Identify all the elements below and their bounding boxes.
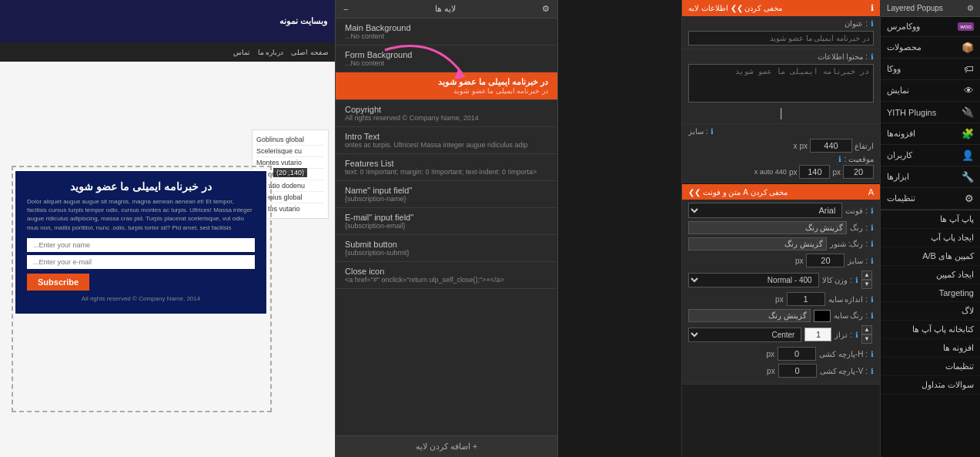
sidebar-item-users[interactable]: 👤 کاربران: [881, 145, 980, 166]
align-down-btn[interactable]: ▼: [861, 334, 872, 344]
info-icon-color[interactable]: ℹ: [871, 223, 874, 232]
info-icon-shadow-size[interactable]: ℹ: [871, 295, 874, 304]
content-textarea[interactable]: [688, 64, 874, 102]
pos-auto-label: x auto 440: [754, 168, 787, 176]
shadow-color-btn[interactable]: گزینش رنگ: [688, 237, 827, 250]
info-icon-content[interactable]: ℹ: [871, 52, 874, 61]
name-input[interactable]: [27, 238, 255, 252]
woo-badge: woo: [958, 22, 974, 31]
info-section-header[interactable]: ℹ مخفی کردن ❯❯ اطلاعات لایه: [682, 0, 880, 16]
info-icon-title[interactable]: ℹ: [871, 19, 874, 28]
plugins-label: افزونه‌ها: [887, 129, 915, 139]
pos-unit3: px: [832, 168, 841, 176]
layer-item-submit[interactable]: Submit button {subscription-submit}: [336, 235, 557, 262]
info-icon-size[interactable]: ℹ: [711, 127, 714, 136]
add-layer-button[interactable]: اضافه کردن لایه +: [336, 435, 557, 457]
shadow-size-input[interactable]: [787, 292, 825, 306]
gear-icon[interactable]: ⚙: [967, 4, 974, 12]
info-icon-pos[interactable]: ℹ: [838, 155, 841, 163]
align-select[interactable]: Center: [688, 328, 801, 342]
email-input[interactable]: [27, 255, 255, 269]
layered-popups-bar[interactable]: ⚙ Layered Popups: [881, 0, 980, 17]
coord-label: (20 ,140): [273, 168, 307, 177]
submenu-create-popup[interactable]: ایجاد پاپ آپ: [881, 229, 980, 247]
submenu-create-campaign[interactable]: ایجاد کمپین: [881, 266, 980, 284]
font-section-header[interactable]: A مخفی کردن A متن و فونت ❯❯: [682, 184, 880, 200]
properties-panel: ℹ مخفی کردن ❯❯ اطلاعات لایه ℹ : عنوان ℹ …: [681, 0, 880, 457]
plugin-icon: 🔌: [962, 106, 974, 118]
align-up-btn[interactable]: ▲: [861, 325, 872, 334]
popup-body: Dolor aliquet augue augue sit magnis, ma…: [27, 197, 255, 232]
info-icon-shadow-color[interactable]: ℹ: [871, 240, 874, 248]
pos-y-input[interactable]: [799, 165, 830, 179]
settings-label: تنظیمات: [887, 193, 915, 203]
layer-item-close[interactable]: Close icon <a href="#" onclick="return u…: [336, 262, 557, 289]
subscribe-button[interactable]: Subscribe: [27, 274, 89, 291]
shadow-color2-label: : رنگ سایه: [834, 311, 868, 320]
submenu-targeting[interactable]: Targeting: [881, 284, 980, 302]
popup-title: در خبرنامه ایمیلی ما عضو شوید: [27, 180, 255, 193]
products-label: محصولات: [887, 42, 921, 52]
list-item: Montes vutario: [256, 157, 324, 169]
popup-window: در خبرنامه ایمیلی ما عضو شوید Dolor aliq…: [14, 170, 268, 315]
color-picker-btn[interactable]: گزینش رنگ: [688, 221, 847, 234]
info-icon-size2[interactable]: ℹ: [871, 257, 874, 265]
pos-x-input[interactable]: [843, 165, 874, 179]
layer-item-email-signup[interactable]: در خبرنامه ایمیلی ما عضو شوید در خبرنامه…: [336, 72, 557, 100]
info-icon-hpad[interactable]: ℹ: [871, 350, 874, 358]
submenu-popups[interactable]: پاپ آپ ها: [881, 210, 980, 229]
minimize-icon[interactable]: −: [343, 5, 348, 14]
sidebar-item-yith[interactable]: 🔌 YITH Plugins: [881, 102, 980, 123]
layer-item-features[interactable]: Features List text: 0 !important; margin…: [336, 154, 557, 181]
cursor-indicator: |: [688, 106, 874, 120]
submenu-library[interactable]: کتابخانه پاپ آپ ها: [881, 321, 980, 339]
sidebar-item-woocommerce[interactable]: woo ووکامرس: [881, 17, 980, 37]
info-icon-weight[interactable]: ℹ: [855, 276, 858, 284]
align-label: : تراز: [835, 331, 852, 339]
info-icon-shadow2[interactable]: ℹ: [871, 311, 874, 320]
weight-up-btn[interactable]: ▲: [861, 271, 872, 280]
layer-item-copyright[interactable]: Copyright All rights reserved © Company …: [336, 100, 557, 127]
submenu-log[interactable]: لاگ: [881, 302, 980, 321]
sidebar-item-plugins[interactable]: 🧩 افزونه‌ها: [881, 123, 980, 145]
shadow-color-label: : رنگ: شنور: [830, 240, 868, 248]
weight-down-btn[interactable]: ▼: [861, 280, 872, 289]
info-icon-font[interactable]: ℹ: [871, 207, 874, 215]
font-size-input[interactable]: [806, 254, 845, 267]
weight-select[interactable]: Normal - 400: [688, 273, 819, 287]
nav-item: درباره ما: [258, 49, 284, 56]
sidebar-item-tools[interactable]: 🔧 ابزارها: [881, 166, 980, 188]
layer-item-main-bg[interactable]: Main Background ...No content: [336, 18, 557, 45]
info-icon-align[interactable]: ℹ: [855, 331, 858, 339]
sidebar-item-woo2[interactable]: 🏷 ووکا: [881, 59, 980, 80]
sidebar-item-display[interactable]: 👁 نمایش: [881, 80, 980, 102]
nav-item: تماس: [233, 49, 250, 56]
sidebar-item-products[interactable]: 📦 محصولات: [881, 37, 980, 59]
layer-item-form-bg[interactable]: Form Background ...No content: [336, 45, 557, 72]
title-input[interactable]: [688, 31, 874, 45]
size-unit1: px: [799, 142, 808, 150]
hpad-input[interactable]: [778, 347, 816, 361]
shadow-color2-btn[interactable]: گزینش رنگ: [688, 309, 811, 322]
font-select[interactable]: Arial: [688, 203, 842, 218]
content-label: : محتوا اطلاعات: [818, 52, 868, 61]
align-num-input[interactable]: [804, 328, 831, 341]
info-section-title: مخفی کردن ❯❯ اطلاعات لایه: [688, 4, 782, 12]
submenu-settings[interactable]: تنظیمات: [881, 358, 980, 376]
submenu-faq[interactable]: سوالات متداول: [881, 376, 980, 395]
layer-item-name-field[interactable]: Name" input field" {subscription-name}: [336, 181, 557, 208]
sidebar-item-settings[interactable]: ⚙ تنظیمات: [881, 188, 980, 210]
pos-label: : موقعیت: [844, 155, 874, 163]
layer-item-intro[interactable]: Intro Text ontes ac turpis. Ultrices! Ma…: [336, 127, 557, 154]
settings-icon[interactable]: ⚙: [542, 4, 550, 14]
right-sidebar: ⚙ Layered Popups woo ووکامرس 📦 محصولات 🏷…: [880, 0, 980, 457]
layer-item-email-field[interactable]: E-mail" input field" {subscription-email…: [336, 208, 557, 235]
submenu-addons[interactable]: افزونه ها: [881, 339, 980, 358]
size2-unit: px: [795, 257, 804, 265]
info-icon-vpad[interactable]: ℹ: [871, 367, 874, 375]
vpad-input[interactable]: [778, 364, 817, 378]
size-width-input[interactable]: [810, 139, 852, 153]
submenu-ab[interactable]: کمپین های A/B: [881, 247, 980, 266]
woo2-label: ووکا: [887, 64, 901, 74]
box-icon: 📦: [962, 42, 974, 53]
